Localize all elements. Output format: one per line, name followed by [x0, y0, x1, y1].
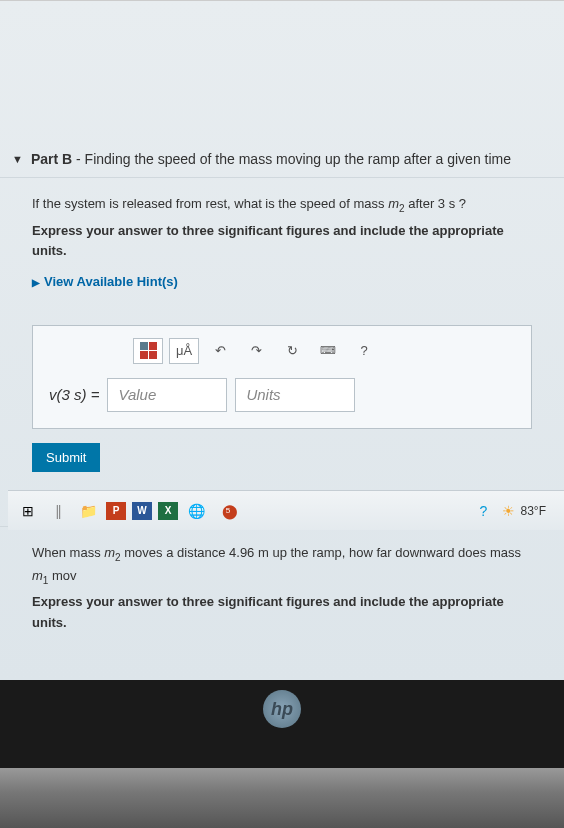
part-c-instruction: Express your answer to three significant… — [32, 592, 532, 634]
view-hints-link[interactable]: ▶ View Available Hint(s) — [32, 272, 532, 293]
units-input[interactable]: Units — [235, 378, 355, 412]
units-button[interactable]: μÅ — [169, 338, 199, 364]
weather-widget[interactable]: ☀ 83°F — [502, 503, 546, 519]
part-b-header[interactable]: ▼ Part B - Finding the speed of the mass… — [0, 141, 564, 178]
temperature-label: 83°F — [521, 504, 546, 518]
part-c-question: When mass m2 moves a distance 4.96 m up … — [32, 543, 532, 588]
part-b-question: If the system is released from rest, wha… — [32, 194, 532, 217]
sun-icon: ☀ — [502, 503, 515, 519]
chevron-right-icon: ▶ — [32, 275, 40, 291]
answer-box: μÅ ↶ ↷ ↻ ⌨ ? v(3 s) = Value Units — [32, 325, 532, 429]
variable-label: v(3 s) = — [49, 386, 99, 403]
task-divider-icon: ‖ — [46, 499, 70, 523]
laptop-chassis — [0, 768, 564, 828]
taskbar: ⊞ ‖ 📁 P W X 🌐 ⬤5 ? ☀ 83°F — [8, 490, 564, 530]
excel-icon[interactable]: X — [158, 502, 178, 520]
template-icon — [140, 342, 157, 359]
reset-button[interactable]: ↻ — [277, 338, 307, 364]
app-icon[interactable]: ⬤5 — [214, 499, 238, 523]
collapse-icon: ▼ — [12, 153, 23, 165]
word-icon[interactable]: W — [132, 502, 152, 520]
part-b-body: If the system is released from rest, wha… — [0, 178, 564, 305]
keyboard-button[interactable]: ⌨ — [313, 338, 343, 364]
redo-button[interactable]: ↷ — [241, 338, 271, 364]
undo-button[interactable]: ↶ — [205, 338, 235, 364]
part-b-instruction: Express your answer to three significant… — [32, 221, 532, 263]
part-b-title: Part B - Finding the speed of the mass m… — [31, 151, 511, 167]
file-explorer-icon[interactable]: 📁 — [76, 499, 100, 523]
template-button[interactable] — [133, 338, 163, 364]
help-tray-icon[interactable]: ? — [472, 499, 496, 523]
value-input[interactable]: Value — [107, 378, 227, 412]
chrome-icon[interactable]: 🌐 — [184, 499, 208, 523]
task-view-icon[interactable]: ⊞ — [16, 499, 40, 523]
hp-logo: hp — [263, 690, 301, 728]
answer-toolbar: μÅ ↶ ↷ ↻ ⌨ ? — [133, 338, 515, 364]
part-c-body: When mass m2 moves a distance 4.96 m up … — [0, 527, 564, 634]
powerpoint-icon[interactable]: P — [106, 502, 126, 520]
help-button[interactable]: ? — [349, 338, 379, 364]
submit-button[interactable]: Submit — [32, 443, 100, 472]
